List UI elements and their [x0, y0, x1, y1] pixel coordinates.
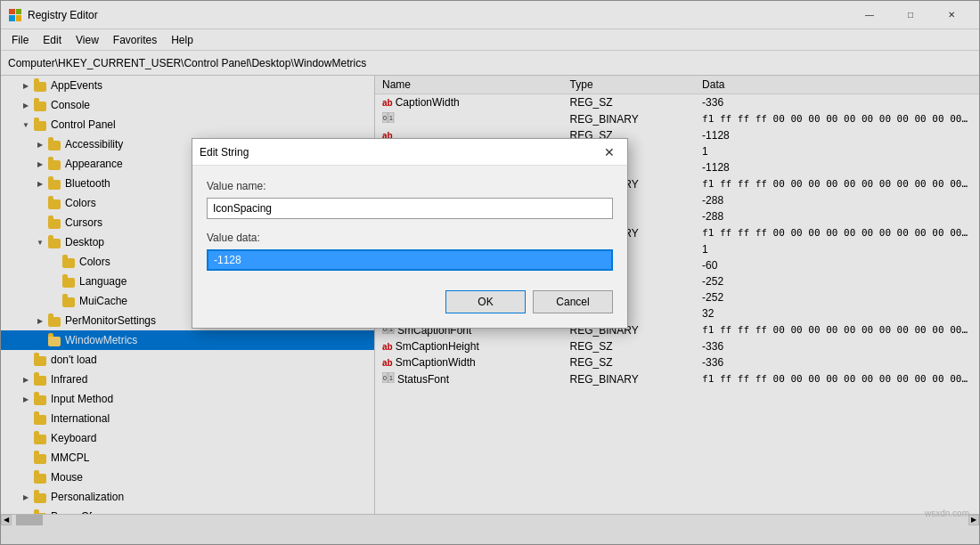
value-name-input[interactable] — [207, 198, 613, 219]
ok-button[interactable]: OK — [445, 290, 526, 313]
dialog-body: Value name: Value data: OK Cancel — [192, 166, 627, 328]
value-name-label: Value name: — [207, 180, 613, 192]
dialog-close-button[interactable]: ✕ — [599, 142, 620, 163]
dialog-buttons: OK Cancel — [207, 290, 613, 313]
edit-string-dialog: Edit String ✕ Value name: Value data: OK… — [192, 138, 628, 329]
watermark: wsxdn.com — [925, 508, 969, 518]
dialog-title: Edit String — [200, 146, 599, 159]
cancel-button[interactable]: Cancel — [533, 290, 613, 313]
modal-overlay: Edit String ✕ Value name: Value data: OK… — [0, 0, 980, 545]
value-data-input[interactable] — [207, 249, 613, 271]
value-data-label: Value data: — [207, 232, 613, 244]
dialog-title-bar: Edit String ✕ — [192, 139, 627, 166]
